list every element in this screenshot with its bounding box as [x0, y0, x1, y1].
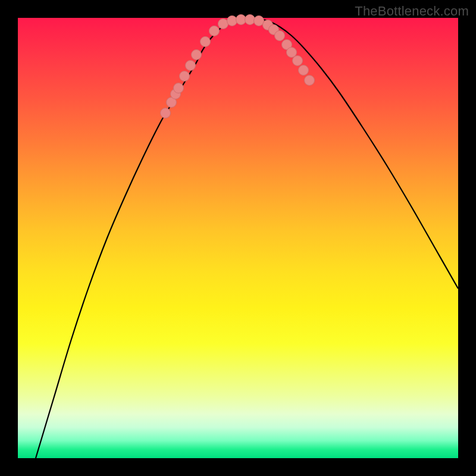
chart-stage: TheBottleneck.com	[0, 0, 476, 476]
marker-point	[305, 76, 315, 86]
marker-point	[254, 16, 264, 26]
marker-point	[236, 15, 246, 25]
marker-point	[186, 61, 196, 71]
marker-point	[287, 48, 297, 58]
marker-point	[209, 26, 220, 36]
plot-area	[18, 18, 458, 458]
marker-point	[174, 83, 184, 93]
marker-point	[180, 71, 190, 82]
marker-point	[245, 15, 255, 25]
watermark-text: TheBottleneck.com	[355, 4, 469, 19]
marker-point	[275, 31, 285, 41]
marker-point	[299, 65, 309, 76]
marker-point	[192, 50, 202, 60]
curve-layer	[18, 18, 458, 458]
marker-point	[218, 19, 228, 29]
marker-point	[161, 108, 171, 118]
highlighted-points	[161, 15, 315, 118]
bottleneck-curve	[36, 19, 458, 458]
marker-point	[227, 16, 237, 26]
marker-point	[201, 37, 211, 47]
marker-point	[293, 56, 303, 66]
